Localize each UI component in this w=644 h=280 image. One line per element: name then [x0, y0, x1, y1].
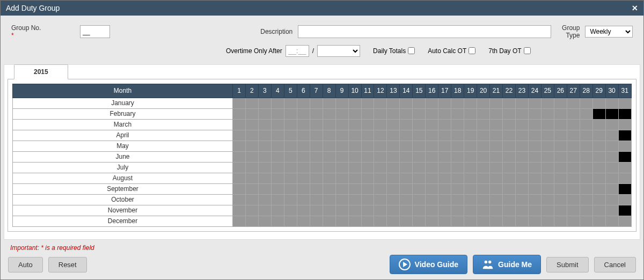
reset-button[interactable]: Reset — [48, 257, 87, 272]
day-cell[interactable] — [413, 98, 426, 108]
day-cell[interactable] — [426, 205, 438, 216]
day-cell[interactable] — [284, 205, 297, 216]
day-cell[interactable] — [438, 151, 451, 162]
day-cell[interactable] — [335, 216, 348, 226]
day-cell[interactable] — [528, 151, 541, 162]
day-cell[interactable] — [387, 151, 400, 162]
day-cell[interactable] — [348, 173, 361, 183]
day-cell[interactable] — [580, 173, 592, 183]
day-cell[interactable] — [297, 98, 310, 108]
close-icon[interactable]: ✕ — [632, 4, 638, 12]
day-cell[interactable] — [310, 108, 323, 119]
day-cell[interactable] — [233, 183, 246, 194]
day-cell[interactable] — [541, 205, 554, 216]
day-cell[interactable] — [271, 98, 284, 108]
day-cell[interactable] — [271, 141, 284, 151]
day-cell[interactable] — [618, 194, 631, 205]
day-cell[interactable] — [580, 162, 592, 173]
day-cell[interactable] — [284, 130, 297, 141]
day-cell[interactable] — [374, 98, 387, 108]
day-cell[interactable] — [387, 141, 400, 151]
day-cell[interactable] — [554, 205, 567, 216]
day-cell[interactable] — [258, 173, 271, 183]
day-cell[interactable] — [400, 151, 413, 162]
day-cell[interactable] — [233, 194, 246, 205]
day-cell[interactable] — [438, 119, 451, 130]
day-cell[interactable] — [580, 98, 592, 108]
day-cell[interactable] — [528, 108, 541, 119]
day-cell[interactable] — [541, 162, 554, 173]
cancel-button[interactable]: Cancel — [594, 257, 636, 272]
day-cell[interactable] — [618, 141, 631, 151]
day-cell[interactable] — [310, 205, 323, 216]
day-cell[interactable] — [413, 162, 426, 173]
day-cell[interactable] — [323, 119, 335, 130]
day-cell[interactable] — [451, 98, 464, 108]
day-cell[interactable] — [335, 151, 348, 162]
day-cell[interactable] — [323, 108, 335, 119]
day-cell[interactable] — [271, 151, 284, 162]
day-cell[interactable] — [323, 151, 335, 162]
day-cell[interactable] — [413, 173, 426, 183]
day-cell[interactable] — [348, 162, 361, 173]
day-cell[interactable] — [515, 130, 528, 141]
day-cell[interactable] — [426, 108, 438, 119]
day-cell[interactable] — [451, 216, 464, 226]
day-cell[interactable] — [233, 98, 246, 108]
day-cell[interactable] — [592, 119, 605, 130]
day-cell[interactable] — [297, 108, 310, 119]
day-cell[interactable] — [580, 183, 592, 194]
day-cell[interactable] — [464, 151, 477, 162]
day-cell[interactable] — [618, 130, 631, 141]
day-cell[interactable] — [464, 162, 477, 173]
day-cell[interactable] — [451, 130, 464, 141]
day-cell[interactable] — [528, 216, 541, 226]
day-cell[interactable] — [592, 194, 605, 205]
day-cell[interactable] — [554, 162, 567, 173]
day-cell[interactable] — [361, 194, 374, 205]
day-cell[interactable] — [451, 151, 464, 162]
day-cell[interactable] — [413, 119, 426, 130]
day-cell[interactable] — [335, 183, 348, 194]
day-cell[interactable] — [400, 173, 413, 183]
day-cell[interactable] — [515, 108, 528, 119]
day-cell[interactable] — [541, 194, 554, 205]
day-cell[interactable] — [438, 183, 451, 194]
day-cell[interactable] — [297, 216, 310, 226]
day-cell[interactable] — [387, 173, 400, 183]
day-cell[interactable] — [554, 119, 567, 130]
day-cell[interactable] — [387, 194, 400, 205]
day-cell[interactable] — [515, 183, 528, 194]
day-cell[interactable] — [477, 194, 490, 205]
day-cell[interactable] — [580, 216, 592, 226]
day-cell[interactable] — [464, 108, 477, 119]
day-cell[interactable] — [477, 151, 490, 162]
day-cell[interactable] — [271, 216, 284, 226]
day-cell[interactable] — [592, 98, 605, 108]
day-cell[interactable] — [374, 162, 387, 173]
day-cell[interactable] — [348, 216, 361, 226]
day-cell[interactable] — [413, 108, 426, 119]
day-cell[interactable] — [258, 162, 271, 173]
day-cell[interactable] — [258, 183, 271, 194]
day-cell[interactable] — [374, 194, 387, 205]
day-cell[interactable] — [515, 141, 528, 151]
day-cell[interactable] — [361, 162, 374, 173]
day-cell[interactable] — [618, 151, 631, 162]
day-cell[interactable] — [374, 183, 387, 194]
submit-button[interactable]: Submit — [546, 257, 588, 272]
day-cell[interactable] — [413, 194, 426, 205]
day-cell[interactable] — [284, 173, 297, 183]
day-cell[interactable] — [387, 119, 400, 130]
day-cell[interactable] — [284, 183, 297, 194]
day-cell[interactable] — [580, 151, 592, 162]
day-cell[interactable] — [258, 205, 271, 216]
day-cell[interactable] — [605, 141, 618, 151]
day-cell[interactable] — [374, 205, 387, 216]
day-cell[interactable] — [567, 162, 580, 173]
day-cell[interactable] — [503, 119, 516, 130]
day-cell[interactable] — [335, 173, 348, 183]
day-cell[interactable] — [387, 130, 400, 141]
day-cell[interactable] — [580, 130, 592, 141]
day-cell[interactable] — [567, 173, 580, 183]
